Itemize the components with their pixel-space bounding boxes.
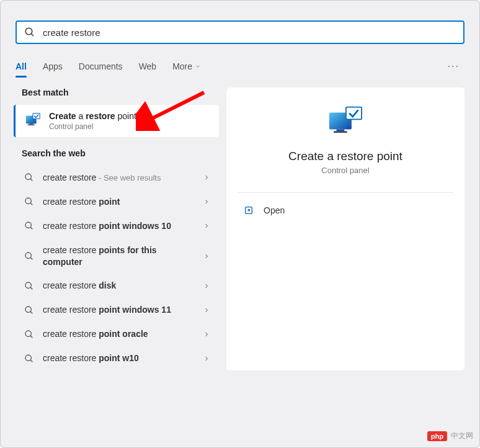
svg-line-9 [30,203,32,205]
svg-point-18 [25,331,31,336]
chevron-down-icon [195,63,201,69]
svg-line-21 [30,360,32,362]
svg-point-0 [25,28,32,35]
svg-line-13 [30,258,32,259]
watermark-text: 中文网 [451,431,473,441]
web-result-label: create restore points for this computer [43,244,194,268]
overflow-menu-button[interactable]: ··· [443,61,464,72]
svg-line-7 [30,179,32,181]
divider [238,192,453,193]
search-icon [24,221,34,231]
svg-point-14 [25,282,31,288]
web-result[interactable]: create restore point oracle [16,322,219,346]
tabs: All Apps Documents Web More [16,56,443,76]
svg-rect-3 [29,123,33,124]
preview-pane: Create a restore point Control panel Ope… [226,87,464,370]
open-icon [244,205,254,215]
preview-title: Create a restore point [238,150,453,163]
chevron-right-icon [203,174,210,181]
svg-line-11 [30,227,32,229]
web-results-header: Search the web [16,148,219,158]
web-result-label: create restore point windows 10 [43,220,194,232]
tab-more[interactable]: More [172,56,201,76]
svg-line-1 [31,34,33,36]
preview-subtitle: Control panel [238,166,453,175]
chevron-right-icon [203,355,210,362]
svg-rect-23 [337,130,345,132]
svg-point-16 [25,307,31,312]
chevron-right-icon [203,307,210,314]
search-icon [24,281,34,291]
svg-rect-5 [33,113,40,119]
monitor-check-icon [24,112,42,130]
web-result-label: create restore point windows 11 [43,304,194,316]
open-label: Open [264,205,285,215]
svg-line-17 [30,311,32,313]
svg-point-10 [25,222,31,228]
svg-line-15 [30,287,32,289]
search-bar[interactable] [16,20,464,44]
search-icon [24,329,34,339]
chevron-right-icon [203,282,210,290]
results-column: Best match Create a restore point Contro… [16,87,219,370]
search-icon [24,354,34,364]
svg-point-6 [25,174,31,179]
best-match-title: Create a restore point [49,111,136,121]
watermark: php 中文网 [427,431,473,441]
web-result-label: create restore disk [43,280,194,292]
svg-point-12 [25,253,31,258]
web-result[interactable]: create restore points for this computer [16,238,219,274]
best-match-header: Best match [16,87,219,97]
search-icon [24,305,34,315]
svg-rect-24 [334,131,347,133]
chevron-right-icon [203,331,210,338]
search-icon [24,251,34,261]
tab-all[interactable]: All [16,56,27,76]
tab-web[interactable]: Web [139,56,157,76]
svg-point-20 [25,355,31,361]
tab-apps[interactable]: Apps [43,56,63,76]
chevron-right-icon [203,198,210,205]
web-result[interactable]: create restore point w10 [16,346,219,370]
web-result-label: create restore point [43,196,194,208]
search-icon [24,197,34,207]
open-action[interactable]: Open [238,203,453,218]
web-result[interactable]: create restore point windows 10 [16,214,219,238]
svg-point-8 [25,198,31,204]
search-input[interactable] [43,27,456,38]
web-result[interactable]: create restore disk [16,274,219,298]
web-result-label: create restore point oracle [43,328,194,340]
best-match-result[interactable]: Create a restore point Control panel [14,105,219,137]
tabs-row: All Apps Documents Web More ··· [1,56,479,76]
search-icon [24,172,34,182]
search-icon [24,27,35,38]
svg-rect-4 [28,125,35,125]
preview-icon [238,105,453,138]
web-result-label: create restore - See web results [43,172,194,184]
chevron-right-icon [203,253,210,260]
web-result-label: create restore point w10 [43,352,194,364]
web-result[interactable]: create restore - See web results [16,166,219,190]
chevron-right-icon [203,222,210,230]
watermark-badge: php [427,431,447,441]
svg-rect-25 [346,107,362,120]
web-result[interactable]: create restore point windows 11 [16,298,219,322]
web-result[interactable]: create restore point [16,190,219,214]
svg-line-19 [30,336,32,338]
best-match-subtitle: Control panel [49,122,136,131]
tab-documents[interactable]: Documents [79,56,123,76]
